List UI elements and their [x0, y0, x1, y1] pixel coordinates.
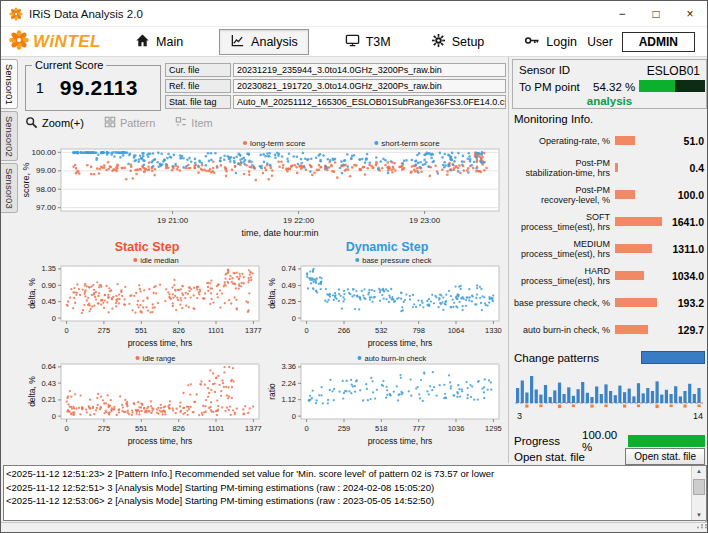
monitoring-row: Post-PMstabilization-time, hrs0.4	[511, 154, 708, 181]
open-stat-label: Open stat. file	[514, 451, 585, 463]
svg-text:0: 0	[292, 412, 296, 421]
auto-burn-in-check-chart: 01.122.243.36025951877710361295process t…	[267, 351, 507, 447]
sensor-tab-sensor01[interactable]: Sensor01	[1, 59, 18, 109]
chart-icon	[230, 33, 245, 51]
svg-text:ratio: ratio	[267, 383, 277, 400]
change-patterns-swatch[interactable]	[641, 351, 705, 364]
svg-text:19 23:00: 19 23:00	[409, 216, 441, 225]
monitoring-row-bar	[615, 136, 635, 145]
score-value: 99.2113	[60, 76, 138, 100]
log-line: <2025-11-12 12:53:06> 2 [Analysis Mode] …	[6, 494, 690, 508]
bottom-scrollbar-strip[interactable]	[1, 522, 708, 533]
svg-text:process time, hrs: process time, hrs	[368, 436, 433, 446]
svg-text:short-term score: short-term score	[381, 139, 440, 148]
app-window: IRiS Data Analysis 2.0 − □ ×	[0, 0, 708, 533]
nav-main[interactable]: Main	[131, 30, 187, 54]
monitoring-row-bar	[615, 271, 644, 280]
svg-text:98.00: 98.00	[36, 185, 57, 194]
sensor-summary-box: Sensor ID ESLOB01 To PM point 54.32 % an…	[512, 59, 707, 109]
right-panel: Sensor ID ESLOB01 To PM point 54.32 % an…	[508, 57, 708, 463]
nav-setup-label: Setup	[452, 35, 485, 49]
scroll-up-icon[interactable]: ▲	[692, 468, 706, 474]
monitoring-row-value: 100.0	[667, 189, 708, 201]
pattern-button[interactable]: Pattern	[104, 116, 155, 130]
scrollbar-thumb[interactable]	[693, 479, 705, 495]
svg-text:1101: 1101	[208, 326, 224, 335]
idle-range-chart: 00.210.430.64027555182611011377process t…	[27, 351, 267, 447]
zoom-button[interactable]: Zoom(+)	[25, 116, 84, 131]
svg-text:0.90: 0.90	[41, 281, 56, 290]
main-nav: Main Analysis T3M	[131, 29, 581, 55]
open-stat-file-button[interactable]: Open stat. file	[625, 448, 705, 465]
svg-text:0.64: 0.64	[41, 362, 56, 371]
svg-text:259: 259	[338, 424, 351, 433]
monitoring-row-bar	[615, 190, 635, 199]
monitoring-row-value: 51.0	[667, 135, 708, 147]
svg-text:266: 266	[338, 326, 351, 335]
user-admin-button[interactable]: ADMIN	[622, 32, 695, 52]
svg-text:798: 798	[412, 326, 425, 335]
svg-text:1377: 1377	[245, 326, 262, 335]
nav-login[interactable]: Login	[520, 30, 581, 54]
minimize-button[interactable]: −	[605, 1, 639, 26]
svg-text:551: 551	[135, 326, 148, 335]
nav-analysis[interactable]: Analysis	[219, 29, 309, 55]
base-pressure-check-chart: 00.250.490.74026653279810641330process t…	[267, 253, 507, 349]
close-button[interactable]: ×	[673, 1, 707, 26]
logo-text: WiNTEL	[33, 32, 101, 52]
log-vertical-scrollbar[interactable]: ▲ ▼	[691, 466, 706, 520]
svg-text:time, date hour:min: time, date hour:min	[241, 228, 318, 238]
nav-setup[interactable]: Setup	[427, 30, 489, 54]
monitoring-row-label: SOFTprocess_time(est), hrs	[511, 212, 615, 232]
to-pm-point-value: 54.32 %	[593, 81, 635, 93]
current-score-group: Current Score 1 99.2113	[25, 65, 161, 111]
svg-text:process time, hrs: process time, hrs	[368, 338, 433, 348]
svg-text:275: 275	[98, 424, 111, 433]
maximize-button[interactable]: □	[639, 1, 673, 26]
svg-text:0: 0	[305, 424, 309, 433]
monitoring-row: auto burn-in check, %129.7	[511, 316, 708, 343]
sensor-id-label: Sensor ID	[519, 64, 570, 76]
header-bar: WiNTEL Main Analysis T3M	[1, 27, 707, 57]
svg-text:0.43: 0.43	[41, 379, 56, 388]
ref-file-value: 20230821_191720_3.0to14.0GHz_3200Ps_raw.…	[233, 79, 506, 93]
svg-text:idle median: idle median	[140, 256, 178, 265]
resize-grip[interactable]	[696, 518, 708, 532]
monitoring-row-value: 129.7	[667, 324, 708, 336]
static-step-title: Static Step	[27, 240, 267, 254]
svg-text:0.74: 0.74	[281, 264, 296, 273]
sensor-tab-sensor02[interactable]: Sensor02	[1, 111, 18, 161]
svg-text:3: 3	[517, 411, 522, 421]
nav-t3m[interactable]: T3M	[341, 30, 395, 54]
item-button[interactable]: Item	[175, 116, 212, 130]
svg-text:0: 0	[65, 424, 69, 433]
svg-text:1101: 1101	[208, 424, 224, 433]
monitoring-info-title: Monitoring Info.	[514, 113, 593, 125]
file-info-panel: Cur. file 20231219_235944_3.0to14.0GHz_3…	[165, 63, 506, 109]
monitoring-row-label: MEDIUMprocess_time(est), hrs	[511, 239, 615, 259]
score-timeseries-chart: 97.0098.0099.00100.0019 21:0019 22:0019 …	[21, 135, 507, 239]
monitoring-row-value: 1034.0	[667, 270, 708, 282]
logo-flower-icon	[9, 30, 29, 53]
monitoring-row: base pressure check, %193.2	[511, 289, 708, 316]
nav-login-label: Login	[546, 35, 577, 49]
svg-text:1377: 1377	[245, 424, 262, 433]
svg-text:99.00: 99.00	[36, 166, 57, 175]
ref-file-row: Ref. file 20230821_191720_3.0to14.0GHz_3…	[165, 79, 506, 93]
zoom-button-label: Zoom(+)	[42, 117, 84, 129]
sensor-tab-sensor03[interactable]: Sensor03	[1, 163, 18, 213]
svg-text:19 21:00: 19 21:00	[157, 216, 189, 225]
app-logo: WiNTEL	[9, 30, 101, 53]
nav-main-label: Main	[156, 35, 183, 49]
svg-text:process time, hrs: process time, hrs	[128, 436, 193, 446]
svg-text:1295: 1295	[485, 424, 502, 433]
svg-text:long-term score: long-term score	[250, 139, 306, 148]
svg-text:19 22:00: 19 22:00	[283, 216, 315, 225]
analysis-mode-text: analysis	[513, 95, 706, 107]
svg-text:14: 14	[693, 411, 703, 421]
log-panel: <2025-11-12 12:51:23> 2 [Pattern Info.] …	[3, 465, 707, 521]
key-icon	[524, 33, 540, 51]
monitoring-row-label: Post-PMstabilization-time, hrs	[511, 158, 615, 178]
cur-file-value: 20231219_235944_3.0to14.0GHz_3200Ps_raw.…	[233, 63, 506, 77]
item-button-label: Item	[191, 117, 212, 129]
